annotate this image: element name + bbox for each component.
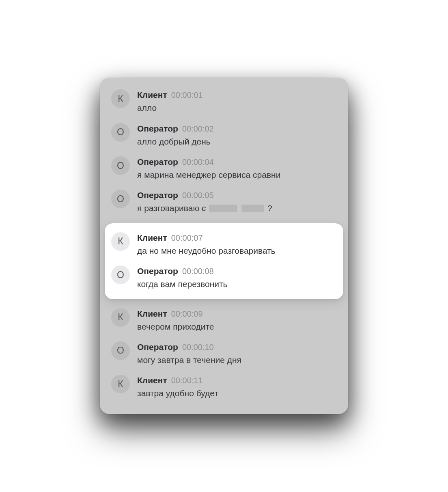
- sender-label: Оператор: [137, 266, 178, 276]
- message-text-prefix: я разговариваю с: [137, 203, 208, 213]
- sender-label: Оператор: [137, 124, 178, 134]
- sender-label: Клиент: [137, 309, 167, 319]
- transcript-panel: К Клиент 00:00:01 алло О Оператор 00:00:…: [100, 78, 348, 414]
- message-text-suffix: ?: [267, 203, 272, 213]
- message-row[interactable]: К Клиент 00:00:01 алло: [100, 89, 348, 114]
- message-body: Оператор 00:00:08 когда вам перезвонить: [137, 265, 228, 290]
- message-text: когда вам перезвонить: [137, 278, 228, 290]
- avatar: О: [111, 341, 130, 360]
- sender-label: Оператор: [137, 190, 178, 200]
- message-body: Оператор 00:00:04 я марина менеджер серв…: [137, 156, 280, 181]
- sender-label: Клиент: [137, 375, 167, 385]
- redacted-chip: [209, 205, 237, 212]
- message-row[interactable]: О Оператор 00:00:05 я разговариваю с ?: [100, 190, 348, 214]
- message-text: завтра удобно будет: [137, 388, 218, 399]
- sender-label: Оператор: [137, 157, 178, 167]
- avatar: О: [111, 156, 130, 175]
- message-row[interactable]: К Клиент 00:00:11 завтра удобно будет: [100, 375, 348, 399]
- timestamp: 00:00:01: [171, 91, 203, 100]
- message-text: вечером приходите: [137, 321, 214, 332]
- message-text: алло: [137, 102, 203, 114]
- message-list: К Клиент 00:00:01 алло О Оператор 00:00:…: [100, 89, 348, 399]
- message-body: Клиент 00:00:01 алло: [137, 89, 203, 114]
- avatar: К: [111, 89, 130, 108]
- timestamp: 00:00:04: [182, 158, 214, 167]
- message-body: Клиент 00:00:09 вечером приходите: [137, 308, 214, 332]
- timestamp: 00:00:11: [171, 376, 203, 385]
- timestamp: 00:00:05: [182, 191, 214, 200]
- message-row[interactable]: О Оператор 00:00:02 алло добрый день: [100, 123, 348, 147]
- message-row[interactable]: К Клиент 00:00:09 вечером приходите: [100, 308, 348, 332]
- message-text: я марина менеджер сервиса сравни: [137, 169, 280, 181]
- message-text: я разговариваю с ?: [137, 203, 272, 214]
- message-body: Клиент 00:00:11 завтра удобно будет: [137, 375, 218, 399]
- timestamp: 00:00:10: [182, 343, 214, 352]
- avatar: К: [111, 375, 130, 393]
- message-row[interactable]: О Оператор 00:00:08 когда вам перезвонит…: [105, 265, 343, 290]
- message-body: Оператор 00:00:05 я разговариваю с ?: [137, 190, 272, 214]
- sender-label: Оператор: [137, 342, 178, 352]
- timestamp: 00:00:02: [182, 124, 214, 134]
- sender-label: Клиент: [137, 90, 167, 100]
- avatar: О: [111, 190, 130, 208]
- message-body: Оператор 00:00:02 алло добрый день: [137, 123, 214, 147]
- message-row[interactable]: К Клиент 00:00:07 да но мне неудобно раз…: [105, 232, 343, 257]
- message-text: да но мне неудобно разговаривать: [137, 245, 276, 257]
- avatar: К: [111, 308, 130, 327]
- sender-label: Клиент: [137, 233, 167, 243]
- message-text: могу завтра в течение дня: [137, 354, 241, 366]
- message-text: алло добрый день: [137, 136, 214, 147]
- timestamp: 00:00:09: [171, 309, 203, 319]
- redacted-chip: [241, 205, 264, 212]
- timestamp: 00:00:08: [182, 267, 214, 276]
- highlighted-segment: К Клиент 00:00:07 да но мне неудобно раз…: [105, 223, 343, 299]
- message-body: Клиент 00:00:07 да но мне неудобно разго…: [137, 232, 276, 257]
- avatar: О: [111, 265, 130, 284]
- message-row[interactable]: О Оператор 00:00:04 я марина менеджер се…: [100, 156, 348, 181]
- avatar: О: [111, 123, 130, 142]
- message-body: Оператор 00:00:10 могу завтра в течение …: [137, 341, 241, 366]
- avatar: К: [111, 232, 130, 251]
- message-row[interactable]: О Оператор 00:00:10 могу завтра в течени…: [100, 341, 348, 366]
- timestamp: 00:00:07: [171, 233, 203, 243]
